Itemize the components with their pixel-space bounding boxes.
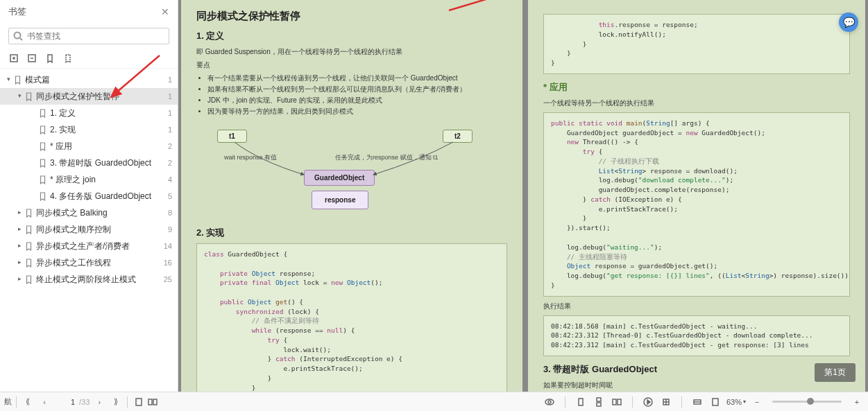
svg-rect-16 [597,403,601,406]
zoom-in-button[interactable]: + [850,395,864,409]
separator [16,396,17,408]
bookmark-item[interactable]: 1. 定义1 [0,105,178,121]
bookmark-item[interactable]: ▸同步模式之 Balking8 [0,204,178,221]
right-tool-group: 63% ▾ − + [543,395,864,409]
list-item: 如果有结果不断从一个线程到另一个线程那么可以使用消息队列（见生产者/消费者） [207,84,507,95]
bookmark-item[interactable]: ▾模式篇1 [0,71,178,88]
bookmark-item[interactable]: 3. 带超时版 GuardedObject2 [0,155,178,171]
caret-icon[interactable]: ▾ [4,75,12,85]
zoom-slider-thumb[interactable] [807,398,814,405]
view-single-icon[interactable] [132,395,146,409]
eye-icon[interactable] [543,395,556,409]
result-label: 执行结果 [543,301,850,311]
bookmark-label: 异步模式之生产者/消费者 [36,240,160,252]
bookmark-item[interactable]: ▾同步模式之保护性暂停1 [0,88,178,105]
page-total-label: /33 [79,398,90,406]
svg-rect-17 [613,399,616,405]
section-1-heading: 1. 定义 [196,30,507,42]
bookmark-item[interactable]: 2. 实现1 [0,121,178,138]
expand-all-icon[interactable] [8,53,19,64]
bookmark-label: 异步模式之工作线程 [36,256,160,269]
fit-width-icon[interactable] [690,395,704,409]
play-icon[interactable] [641,395,655,409]
bookmark-item[interactable]: ▸同步模式之顺序控制9 [0,221,178,238]
assistant-fab-icon[interactable]: 💬 [839,12,858,32]
bookmark-item[interactable]: ▸异步模式之生产者/消费者14 [0,238,178,254]
caret-icon[interactable]: ▾ [15,91,24,101]
fit-page-icon[interactable] [708,395,722,409]
search-input[interactable] [27,31,164,41]
bookmark-icon [24,225,33,234]
bookmark-label: 4. 多任务版 GuardedObject [50,190,160,202]
bookmark-icon [24,241,33,251]
page-number-input[interactable] [54,398,75,406]
layout-continuous-icon[interactable] [592,395,606,409]
document-viewport[interactable]: 同步模式之保护性暂停 1. 定义 即 Guarded Suspension，用在… [178,0,868,392]
next-page-button[interactable]: › [92,395,106,409]
prev-page-button[interactable]: ‹ [37,395,51,409]
bookmark-icon [24,91,33,101]
bookmark-label: 2. 实现 [50,123,160,136]
bookmark-item[interactable]: * 原理之 join4 [0,171,178,188]
bookmark-icon [37,191,47,201]
code-block-complete: this.response = response; lock.notifyAll… [543,14,850,74]
bookmark-icon [37,175,47,184]
bookmark-page: 1 [160,91,172,103]
bookmark-icon [37,158,47,168]
bookmark-icon[interactable] [44,53,56,64]
zoom-value[interactable]: 63% [726,398,742,406]
bookmark-label: 3. 带超时版 GuardedObject [50,157,160,169]
separator [127,396,128,408]
view-facing-icon[interactable] [146,395,160,409]
bookmark-icon [37,141,47,151]
zoom-out-button[interactable]: − [750,395,764,409]
section-3-heading: 3. 带超时版 GuardedObject [543,363,850,376]
bookmark-item[interactable]: 4. 多任务版 GuardedObject5 [0,188,178,204]
collapse-all-icon[interactable] [26,53,37,64]
layout-two-page-icon[interactable] [610,395,624,409]
bookmark-label: 终止模式之两阶段终止模式 [36,273,160,286]
bookmark-label: 模式篇 [25,73,160,86]
bookmark-page: 9 [160,224,172,236]
section-2-heading: 2. 实现 [196,227,507,239]
code-block-main: public static void main(String[] args) {… [543,112,850,297]
bookmark-page: 8 [160,207,172,219]
bookmark-tree: ▾模式篇1▾同步模式之保护性暂停11. 定义12. 实现1* 应用23. 带超时… [0,69,178,392]
bookmark-page: 2 [160,157,172,169]
layout-single-icon[interactable] [574,395,588,409]
key-points-label: 要点 [196,60,507,70]
bookmark-icon [24,258,33,268]
bookmark-label: 同步模式之保护性暂停 [36,90,160,103]
caret-icon[interactable]: ▸ [15,241,24,251]
bookmark-page: 16 [160,257,172,269]
page-indicator-badge: 第1页 [815,363,856,382]
caret-icon[interactable]: ▸ [15,258,24,268]
chevron-down-icon[interactable]: ▾ [743,399,746,405]
bookmark-item[interactable]: ▸终止模式之两阶段终止模式25 [0,271,178,288]
bookmark-page: 4 [160,174,172,186]
bookmark-item[interactable]: * 应用2 [0,138,178,155]
page-1-left: 同步模式之保护性暂停 1. 定义 即 Guarded Suspension，用在… [181,0,522,392]
definition-text: 即 Guarded Suspension，用在一个线程等待另一个线程的执行结果 [196,46,507,57]
list-item: JDK 中，join 的实现、Future 的实现，采用的就是此模式 [207,95,507,106]
last-page-button[interactable]: ⟫ [109,395,123,409]
bookmark-item[interactable]: ▸异步模式之工作线程16 [0,254,178,271]
first-page-button[interactable]: ⟪ [21,395,35,409]
search-icon [13,31,23,41]
search-input-wrap[interactable] [8,28,169,44]
bookmark-label: * 原理之 join [50,173,160,186]
separator [681,396,682,408]
rotate-icon[interactable] [659,395,673,409]
svg-rect-14 [579,399,583,405]
caret-icon[interactable]: ▸ [15,274,24,284]
close-icon[interactable]: ✕ [161,6,169,17]
zoom-slider[interactable] [772,401,842,403]
key-points-list: 有一个结果需要从一个线程传递到另一个线程，让他们关联同一个 GuardedObj… [207,73,507,117]
caret-icon[interactable]: ▸ [15,225,24,234]
bookmarks-sidebar: 书签 ✕ ▾模式篇1▾同步模式之保护性暂停11. 定义12. 实现1* 应用23… [0,0,178,392]
svg-rect-15 [597,398,601,401]
bookmark-outline-icon[interactable] [62,53,74,64]
diagram-arrows [196,123,507,220]
caret-icon[interactable]: ▸ [15,208,24,218]
bookmark-page: 1 [160,74,172,86]
